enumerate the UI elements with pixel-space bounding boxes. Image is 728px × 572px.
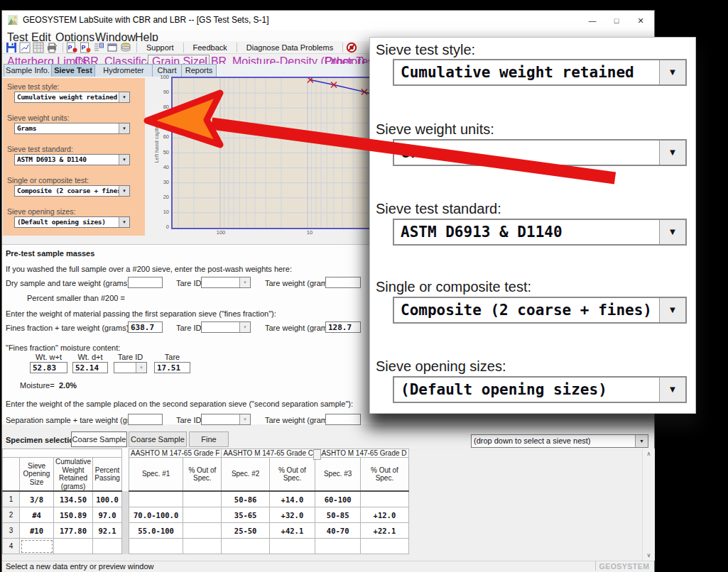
grid-cell-out2[interactable] [269,539,315,554]
chevron-down-icon: ▼ [119,155,129,165]
svg-text:P: P [68,44,72,51]
moisture-tare-input[interactable] [154,362,190,373]
vertical-scrollbar[interactable]: ∧ ∨ [642,449,655,561]
grid-cell-spec1[interactable]: 55.0-100 [129,523,183,539]
save-icon[interactable] [6,42,18,53]
support-button[interactable]: Support [140,43,180,52]
tab-reports[interactable]: Reports [181,64,217,77]
grid-cell-spec3[interactable]: 50-85 [315,507,361,523]
maximize-button[interactable]: □ [604,11,629,31]
grid-cell-size[interactable]: 3/8 [20,491,54,507]
grid-cell-out2[interactable]: +14.0 [269,491,315,507]
grid-icon[interactable] [33,42,45,53]
toolbar-separator [237,43,237,53]
grid-cell-out2[interactable]: +42.1 [269,523,315,539]
y-tick: 100 [151,74,169,80]
grid-cell-pct[interactable]: 100.0 [93,491,122,507]
grid-cell-out1[interactable] [183,523,222,539]
copy-data-icon[interactable] [93,42,105,53]
single-composite-select[interactable]: Composite (2 coarse + fines) ▼ [14,185,130,197]
fines-tare-weight-input[interactable] [325,321,361,333]
y-tick: 80 [151,104,169,110]
grid-cell-num[interactable]: 1 [3,491,20,507]
tab-coarse-sample-1[interactable]: Coarse Sample #1 [71,431,127,447]
grid-cell-spec2[interactable]: 50-86 [222,491,269,507]
grid-cell-spec1[interactable] [129,539,183,554]
grid-cell-spec3[interactable]: 60-100 [315,491,361,507]
sieve-nest-select[interactable]: (drop down to select a sieve nest) ▼ [471,434,648,448]
scroll-down-icon[interactable]: ∨ [643,552,655,559]
grid-cell-out1[interactable] [183,507,222,523]
grid-cell-spec1[interactable]: 70.0-100.0 [129,507,183,523]
grid-cell-size[interactable]: #10 [20,523,54,539]
dry-tare-id-select[interactable]: ▼ [201,277,251,288]
grid-cell-spec2[interactable] [222,539,269,554]
tab-sample-info[interactable]: Sample Info. [4,64,52,77]
sieve-test-standard-select[interactable]: ASTM D6913 & D1140 ▼ [14,154,130,165]
grid-cell-cum[interactable]: 177.80 [54,523,93,539]
grid-cell-out3[interactable] [361,539,408,554]
tab-coarse-sample-2[interactable]: Coarse Sample #2 [129,431,187,447]
y-tick: 70 [151,119,169,125]
wt-wet-input[interactable] [30,362,67,373]
grid-cell-out1[interactable] [183,491,222,507]
grid-cell-pct[interactable]: 97.0 [93,507,122,523]
grid-cell-num[interactable]: 2 [3,507,20,523]
callout-sieve-opening-sizes-select: (Default opening sizes) ▼ [393,376,687,403]
separation-sample-input[interactable] [128,414,163,425]
pdf-export-icon[interactable]: P [66,42,78,53]
chart-icon[interactable] [19,42,31,53]
fines-fraction-label: Fines fraction + tare weight (grams) [6,324,126,332]
feedback-button[interactable]: Feedback [187,43,234,52]
fines-fraction-input[interactable] [128,321,163,333]
grid-cell-num[interactable]: 4 [3,539,20,554]
grid-cell-cum[interactable] [54,539,93,554]
print-icon[interactable] [46,42,58,53]
grid-cell-spec2[interactable]: 35-65 [222,507,269,523]
window-layout-icon[interactable] [107,42,119,53]
grid-cell-spec2[interactable]: 25-50 [222,523,269,539]
tab-sieve-test[interactable]: Sieve Test [51,64,95,77]
percent-smaller-label: Percent smaller than #200 = [27,294,125,302]
sieve-opening-sizes-select[interactable]: (Default opening sizes) ▼ [14,216,130,228]
sieve-test-style-select[interactable]: Cumulative weight retained ▼ [14,92,130,103]
grid-cell-size[interactable]: #4 [20,507,54,523]
tab-hydrometer-test[interactable]: Hydrometer Test [94,64,153,77]
sieve-weight-units-select[interactable]: Grams ▼ [14,123,130,134]
grid-cell-cum[interactable]: 134.50 [54,491,93,507]
separation-tare-id-select[interactable]: ▼ [201,414,251,425]
grid-cell-out2[interactable]: +32.0 [269,507,315,523]
grid-cell-size[interactable] [20,539,54,554]
pdf-print-icon[interactable]: P [80,42,92,53]
wt-dry-col-label: Wt. d+t [72,353,108,361]
grid-cell-spec3[interactable]: 40-70 [315,523,361,539]
dry-tare-weight-input[interactable] [325,277,361,288]
wt-dry-input[interactable] [72,362,108,373]
grid-cell-out1[interactable] [183,539,222,554]
tab-fine-sample[interactable]: Fine Sample [189,431,229,447]
sieve-test-style-value: Cumulative weight retained [15,92,119,102]
grid-cell-spec1[interactable] [129,491,183,507]
grid-cell-spec3[interactable] [315,539,361,554]
grid-cell-cum[interactable]: 150.89 [54,507,93,523]
grid-cell-num[interactable]: 3 [3,523,20,539]
database-icon[interactable] [120,42,132,53]
separation-tare-id-value [202,414,239,424]
pretest-heading: Pre-test sample masses [6,249,94,258]
minimize-button[interactable]: — [580,11,604,31]
dry-sample-input[interactable] [128,277,163,288]
separation-tare-weight-input[interactable] [325,414,361,425]
close-button[interactable]: ✕ [629,11,653,31]
grid-cell-out3[interactable]: +22.1 [361,523,408,539]
moisture-tare-id-select[interactable]: ▼ [114,362,147,373]
fines-tare-id-select[interactable]: ▼ [201,321,251,333]
grid-cell-out3[interactable]: +12.0 [361,507,408,523]
separation-note: Enter the weight of the sample placed on… [6,400,353,408]
grid-cell-pct[interactable] [93,539,122,554]
grid-cell-pct[interactable]: 92.1 [93,523,122,539]
scroll-up-icon[interactable]: ∧ [643,451,655,457]
diagnose-data-problems-button[interactable]: Diagnose Data Problems [240,43,339,52]
sieve-weight-units-label: Sieve weight units: [7,114,70,122]
grid-cell-out3[interactable] [361,491,408,507]
chevron-down-icon: ▼ [659,298,685,322]
